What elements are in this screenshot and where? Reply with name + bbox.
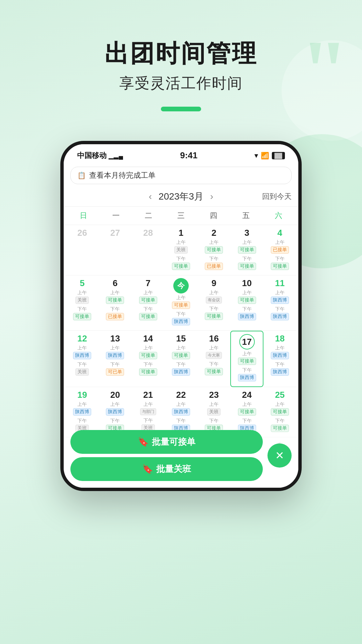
cal-cell-27[interactable]: 27 [99, 225, 131, 275]
day-header-fri: 五 [230, 209, 262, 223]
prev-month-btn[interactable]: ‹ [142, 191, 159, 202]
day-header-tue: 二 [132, 209, 165, 223]
day-header-sun: 日 [67, 209, 100, 223]
cal-cell-13[interactable]: 13 上午 陕西博 下午 可已单 [99, 331, 131, 387]
next-month-btn[interactable]: › [203, 191, 220, 202]
batch-close-button[interactable]: 🔖 批量关班 [70, 457, 263, 481]
day-header-sat: 六 [262, 209, 295, 223]
todo-bar[interactable]: 📋 查看本月待完成工单 [70, 167, 292, 184]
wifi-icon: ▾ [254, 151, 258, 160]
cal-cell-15[interactable]: 15 上午 可接单 下午 陕西博 [165, 331, 197, 387]
status-right: ▾ 📶 ▓▓ [254, 151, 285, 160]
day-header-wed: 三 [165, 209, 197, 223]
cal-cell-14[interactable]: 14 上午 可接单 下午 可接单 [132, 331, 165, 387]
calendar-title: 2023年3月 [159, 190, 203, 203]
phone-frame: 中国移动 ▁▂▄ 9:41 ▾ 📶 ▓▓ 📋 查看本月待完成工单 ‹ 2023年… [60, 141, 302, 491]
batch-accept-icon: 🔖 [138, 437, 148, 447]
cal-cell-26[interactable]: 26 [66, 225, 99, 275]
cal-cell-8-today[interactable]: 今 上午 可接单 下午 陕西博 [165, 275, 197, 331]
close-icon: ✕ [275, 449, 284, 462]
cal-cell-16[interactable]: 16 上午 今大寒 下午 可接单 [197, 331, 230, 387]
batch-accept-button[interactable]: 🔖 批量可接单 [70, 430, 263, 454]
header-section: 出团时间管理 享受灵活工作时间 [0, 0, 362, 111]
status-time: 9:41 [180, 150, 197, 161]
cal-cell-28[interactable]: 28 [132, 225, 165, 275]
calendar-header: ‹ 2023年3月 › 回到今天 [64, 188, 298, 206]
batch-close-label: 批量关班 [156, 463, 191, 475]
cal-cell-6[interactable]: 6 上午 可接单 下午 已接单 [99, 275, 131, 331]
cal-cell-10[interactable]: 10 上午 可接单 下午 陕西博 [230, 275, 263, 331]
cal-cell-18[interactable]: 18 上午 陕西博 下午 陕西博 [263, 331, 296, 387]
sub-title: 享受灵活工作时间 [0, 73, 362, 93]
selected-indicator: 17 [239, 334, 255, 350]
day-header-mon: 一 [100, 209, 132, 223]
cal-cell-11[interactable]: 11 上午 陕西博 下午 陕西博 [263, 275, 296, 331]
today-button[interactable]: 回到今天 [262, 192, 292, 202]
carrier: 中国移动 ▁▂▄ [77, 151, 123, 161]
cal-cell-1[interactable]: 1 上午 关班 下午 可接单 [165, 225, 197, 275]
today-indicator: 今 [173, 278, 189, 293]
cal-cell-2[interactable]: 2 上午 可接单 下午 已接单 [197, 225, 230, 275]
cal-cell-5[interactable]: 5 上午 关班 下午 可接单 [66, 275, 99, 331]
cal-cell-9[interactable]: 9 上午 有会议 下午 可接单 [197, 275, 230, 331]
close-button[interactable]: ✕ [267, 443, 292, 468]
page-indicator [161, 107, 201, 111]
day-headers: 日 一 二 三 四 五 六 [64, 206, 298, 225]
cal-cell-3[interactable]: 3 上午 可接单 下午 可接单 [230, 225, 263, 275]
cal-cell-12[interactable]: 12 上午 陕西博 下午 关班 [66, 331, 99, 387]
batch-close-icon: 🔖 [142, 464, 153, 474]
cal-cell-7[interactable]: 7 上午 可接单 下午 可接单 [132, 275, 165, 331]
todo-icon: 📋 [77, 171, 86, 179]
main-title: 出团时间管理 [0, 40, 362, 67]
todo-text: 查看本月待完成工单 [89, 170, 156, 180]
phone-mockup: 中国移动 ▁▂▄ 9:41 ▾ 📶 ▓▓ 📋 查看本月待完成工单 ‹ 2023年… [60, 141, 302, 491]
cal-cell-4[interactable]: 4 上午 已接单 下午 可接单 [263, 225, 296, 275]
status-bar: 中国移动 ▁▂▄ 9:41 ▾ 📶 ▓▓ [64, 144, 298, 164]
bottom-actions: 🔖 批量可接单 🔖 批量关班 ✕ [64, 426, 298, 488]
batch-accept-label: 批量可接单 [152, 436, 195, 448]
day-header-thu: 四 [197, 209, 230, 223]
cal-cell-17-selected[interactable]: 17 上午 可接单 下午 陕西博 [230, 331, 263, 387]
